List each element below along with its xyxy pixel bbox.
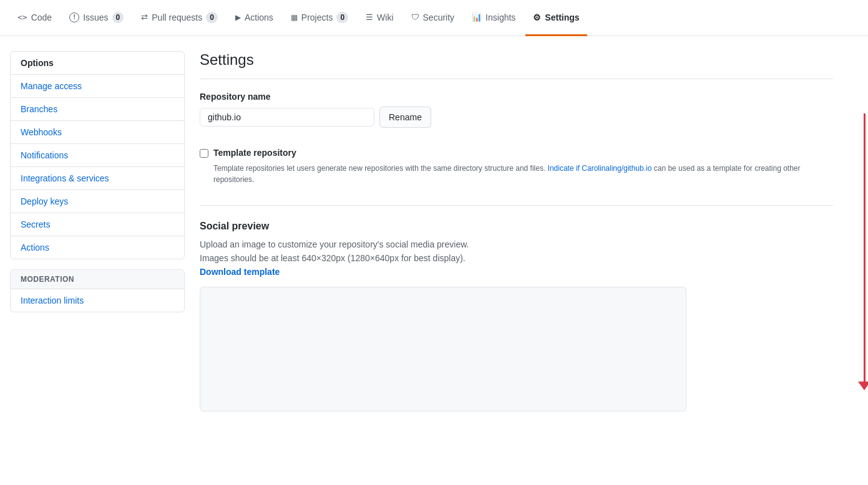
page-layout: Options Manage access Branches Webhooks … bbox=[0, 36, 868, 446]
issues-badge: 0 bbox=[112, 12, 124, 23]
nav-projects-label: Projects bbox=[301, 12, 333, 22]
nav-code[interactable]: <> Code bbox=[10, 0, 59, 36]
section-divider bbox=[200, 205, 833, 206]
sidebar-item-integrations[interactable]: Integrations & services bbox=[11, 166, 184, 190]
main-content: Settings Repository name Rename Template… bbox=[200, 51, 858, 431]
social-preview-size-text: Images should be at least 640×320px (128… bbox=[200, 253, 466, 263]
wiki-icon: ☰ bbox=[366, 12, 373, 22]
template-repo-row: Template repository bbox=[200, 148, 833, 158]
projects-badge: 0 bbox=[336, 12, 348, 23]
nav-issues-label: Issues bbox=[83, 12, 108, 22]
social-preview-desc2: Images should be at least 640×320px (128… bbox=[200, 253, 833, 263]
repo-name-row: Rename bbox=[200, 107, 833, 128]
moderation-header: Moderation bbox=[11, 270, 184, 289]
template-repo-checkbox[interactable] bbox=[200, 149, 208, 158]
template-repo-section: Template repository Template repositorie… bbox=[200, 148, 833, 185]
actions-icon: ▶ bbox=[235, 13, 241, 22]
sidebar-item-notifications[interactable]: Notifications bbox=[11, 143, 184, 166]
nav-security-label: Security bbox=[423, 12, 455, 22]
nav-projects[interactable]: ▦ Projects 0 bbox=[283, 0, 356, 36]
nav-security[interactable]: 🛡 Security bbox=[404, 0, 462, 36]
template-repo-desc-text: Template repositories let users generate… bbox=[213, 164, 801, 184]
sidebar-item-secrets[interactable]: Secrets bbox=[11, 213, 184, 236]
sidebar-item-manage-access[interactable]: Manage access bbox=[11, 74, 184, 97]
pull-requests-icon: ⇄ bbox=[141, 12, 148, 22]
template-repo-indicate-link[interactable]: Indicate if Carolinaling/github.io bbox=[548, 164, 652, 173]
nav-code-label: Code bbox=[31, 12, 52, 22]
sidebar-item-branches[interactable]: Branches bbox=[11, 97, 184, 120]
sidebar-group-moderation: Moderation Interaction limits bbox=[10, 269, 185, 312]
nav-insights[interactable]: 📊 Insights bbox=[464, 0, 523, 36]
template-repo-label: Template repository bbox=[213, 148, 296, 158]
projects-icon: ▦ bbox=[291, 13, 298, 22]
security-icon: 🛡 bbox=[411, 12, 419, 22]
social-preview-desc1: Upload an image to customize your reposi… bbox=[200, 239, 833, 249]
social-preview-image-box bbox=[200, 287, 686, 411]
nav-pull-requests[interactable]: ⇄ Pull requests 0 bbox=[134, 0, 225, 36]
top-nav: <> Code ! Issues 0 ⇄ Pull requests 0 ▶ A… bbox=[0, 0, 868, 36]
social-preview-title: Social preview bbox=[200, 221, 833, 232]
sidebar-item-webhooks[interactable]: Webhooks bbox=[11, 120, 184, 143]
pull-requests-badge: 0 bbox=[206, 12, 218, 23]
insights-icon: 📊 bbox=[472, 12, 482, 22]
red-arrow-indicator bbox=[858, 113, 868, 390]
page-title: Settings bbox=[200, 51, 833, 79]
repo-name-section: Repository name Rename bbox=[200, 92, 833, 128]
nav-wiki-label: Wiki bbox=[377, 12, 393, 22]
issues-icon: ! bbox=[69, 12, 79, 22]
template-repo-desc: Template repositories let users generate… bbox=[213, 163, 833, 185]
sidebar-item-interaction-limits[interactable]: Interaction limits bbox=[11, 289, 184, 312]
arrow-line bbox=[864, 113, 866, 382]
sidebar: Options Manage access Branches Webhooks … bbox=[10, 51, 185, 431]
rename-button[interactable]: Rename bbox=[379, 107, 431, 128]
sidebar-group-main: Options Manage access Branches Webhooks … bbox=[10, 51, 185, 259]
nav-wiki[interactable]: ☰ Wiki bbox=[358, 0, 401, 36]
sidebar-item-deploy-keys[interactable]: Deploy keys bbox=[11, 190, 184, 213]
settings-icon: ⚙ bbox=[533, 12, 541, 22]
sidebar-item-options[interactable]: Options bbox=[11, 52, 184, 74]
nav-settings[interactable]: ⚙ Settings bbox=[525, 0, 587, 36]
nav-issues[interactable]: ! Issues 0 bbox=[62, 0, 131, 36]
social-preview-section: Social preview Upload an image to custom… bbox=[200, 221, 833, 411]
arrow-head bbox=[858, 382, 868, 390]
download-template-link[interactable]: Download template bbox=[200, 267, 280, 277]
sidebar-item-actions[interactable]: Actions bbox=[11, 236, 184, 259]
nav-actions-label: Actions bbox=[245, 12, 273, 22]
nav-actions[interactable]: ▶ Actions bbox=[228, 0, 281, 36]
nav-pull-requests-label: Pull requests bbox=[152, 12, 202, 22]
nav-insights-label: Insights bbox=[485, 12, 515, 22]
repo-name-input[interactable] bbox=[200, 108, 374, 127]
nav-settings-label: Settings bbox=[545, 12, 579, 22]
repo-name-label: Repository name bbox=[200, 92, 833, 102]
code-icon: <> bbox=[17, 12, 27, 22]
